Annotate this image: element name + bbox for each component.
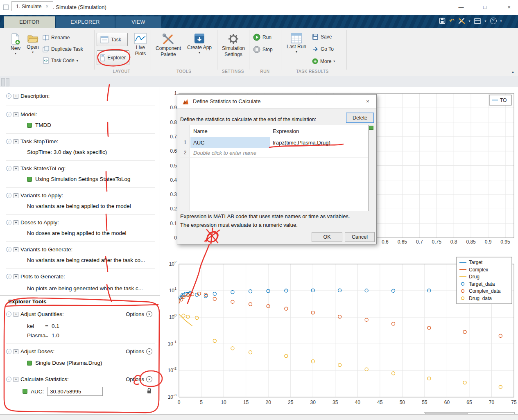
run-button[interactable]: Run: [253, 34, 271, 41]
table-row[interactable]: 2 Double click to enter name: [180, 148, 368, 158]
name-column-header[interactable]: Name: [193, 128, 208, 134]
tab-explorer[interactable]: EXPLORER: [56, 16, 115, 28]
expander-icon[interactable]: +: [14, 220, 18, 225]
tab-1-simulate[interactable]: 1. Simulate ×: [11, 1, 53, 11]
more-plus-icon: [312, 58, 318, 64]
equals-sign: =: [45, 323, 52, 329]
layout-explorer-button[interactable]: Explorer: [97, 50, 129, 65]
expander-icon[interactable]: +: [14, 247, 18, 252]
section-separator: [6, 106, 155, 106]
simulation-settings-button[interactable]: Simulation Settings: [219, 33, 248, 57]
tools-icon[interactable]: [458, 18, 465, 24]
save-results-button[interactable]: Save: [312, 34, 332, 40]
model-value[interactable]: TMDD: [27, 122, 51, 128]
expander-icon[interactable]: +: [14, 139, 18, 144]
chevron-down-icon: ▼: [146, 311, 152, 317]
close-button[interactable]: ×: [505, 4, 513, 11]
chevron-down-icon[interactable]: ▾: [500, 19, 502, 23]
svg-text:Complex: Complex: [469, 267, 488, 273]
info-icon[interactable]: i: [6, 312, 11, 317]
expander-icon[interactable]: +: [14, 274, 18, 279]
group-label-layout: LAYOUT: [113, 69, 130, 74]
single-dose-value[interactable]: Single Dose (Plasma.Drug): [27, 360, 102, 366]
expression-column-header[interactable]: Expression: [273, 128, 299, 134]
info-icon[interactable]: i: [6, 274, 11, 279]
new-task-button[interactable]: New ▾: [7, 33, 24, 55]
ok-button[interactable]: OK: [312, 232, 342, 242]
info-icon[interactable]: i: [6, 166, 11, 171]
layout-task-button[interactable]: Task: [97, 33, 128, 46]
undo-icon[interactable]: ↶: [449, 18, 455, 24]
auc-label: AUC:: [31, 388, 44, 395]
maximize-button[interactable]: □: [481, 4, 489, 11]
cancel-button[interactable]: Cancel: [345, 232, 375, 242]
panel-strip[interactable]: [1, 78, 5, 86]
save-icon[interactable]: [439, 18, 446, 24]
expander-icon[interactable]: +: [14, 193, 18, 198]
create-app-button[interactable]: Create App ▾: [185, 33, 214, 54]
stoptime-value[interactable]: StopTime: 3.0 day (task specific): [27, 149, 107, 155]
more-button[interactable]: More ▾: [312, 58, 335, 64]
table-row[interactable]: 1 AUC trapz(time,Plasma.Drug): [180, 137, 368, 148]
minimize-button[interactable]: —: [457, 4, 465, 11]
new-statistic-placeholder[interactable]: Double click to enter name: [193, 148, 256, 157]
checkbox-icon: [27, 177, 32, 182]
close-icon[interactable]: ×: [364, 98, 371, 105]
svg-text:75: 75: [511, 400, 517, 405]
chevron-down-icon[interactable]: ▾: [469, 19, 470, 23]
quantity-row-kel[interactable]: kel = 0.1: [27, 323, 59, 329]
info-icon[interactable]: i: [6, 220, 11, 225]
expander-icon[interactable]: +: [14, 112, 18, 117]
document-tab-bar: [0, 76, 518, 87]
gear-icon: [227, 33, 240, 45]
panel-strip[interactable]: [6, 78, 9, 86]
duplicate-task-button[interactable]: Duplicate Task: [43, 46, 83, 52]
quantity-value[interactable]: 0.1: [52, 323, 59, 329]
open-task-button[interactable]: Open ▾: [25, 33, 41, 54]
collapse-ribbon-icon[interactable]: ▲: [511, 70, 515, 74]
expander-icon[interactable]: +: [14, 377, 18, 382]
adjust-doses-options[interactable]: Options ▼: [126, 348, 152, 355]
options-label: Options: [126, 376, 144, 382]
info-icon[interactable]: i: [6, 139, 11, 144]
last-run-button[interactable]: Last Run ▾: [285, 33, 308, 53]
expander-icon[interactable]: +: [14, 349, 18, 354]
define-statistics-dialog: Define Statistics to Calculate × Define …: [177, 94, 377, 244]
calculate-statistics-options[interactable]: Options ▼: [126, 376, 152, 382]
delete-button[interactable]: Delete: [346, 113, 374, 123]
auc-value-input[interactable]: [47, 387, 103, 396]
quantity-value[interactable]: 1.0: [52, 332, 59, 339]
quantity-row-plasma[interactable]: Plasma = 1.0: [27, 332, 59, 339]
layout-window-icon[interactable]: [474, 18, 481, 24]
statistic-expression-cell[interactable]: trapz(time,Plasma.Drug): [273, 137, 330, 148]
svg-text:0.6: 0.6: [382, 239, 389, 245]
info-icon[interactable]: i: [6, 247, 11, 252]
quantity-name: kel: [27, 323, 45, 329]
stop-button[interactable]: Stop: [253, 46, 273, 53]
options-label: Options: [126, 348, 144, 355]
chevron-down-icon: ▾: [77, 59, 78, 62]
chevron-down-icon[interactable]: ▾: [485, 19, 486, 23]
expander-icon[interactable]: +: [14, 166, 18, 171]
adjust-quantities-options[interactable]: Options ▼: [126, 311, 152, 317]
section-separator: [6, 133, 155, 134]
statistic-name-cell[interactable]: AUC: [190, 137, 270, 148]
rename-button[interactable]: Rename: [43, 34, 70, 41]
expander-icon[interactable]: +: [14, 94, 18, 99]
close-icon[interactable]: ×: [46, 4, 49, 9]
tab-editor[interactable]: EDITOR: [4, 16, 55, 28]
info-icon[interactable]: i: [6, 349, 11, 354]
statestolog-value[interactable]: Using Simulation Settings StatesToLog: [27, 176, 131, 182]
goto-button[interactable]: Go To: [312, 46, 334, 52]
help-icon[interactable]: ?: [490, 18, 497, 24]
tab-view[interactable]: VIEW: [115, 16, 161, 28]
info-icon[interactable]: i: [6, 193, 11, 198]
info-icon[interactable]: i: [6, 377, 11, 382]
info-icon[interactable]: i: [6, 93, 11, 99]
task-code-button[interactable]: Task Code ▾: [43, 57, 78, 64]
expander-icon[interactable]: +: [14, 312, 18, 317]
svg-text:0.6: 0.6: [170, 148, 177, 154]
info-icon[interactable]: i: [6, 112, 11, 117]
component-palette-button[interactable]: Component Palette: [153, 33, 183, 57]
live-plots-button[interactable]: Live Plots: [131, 33, 150, 56]
